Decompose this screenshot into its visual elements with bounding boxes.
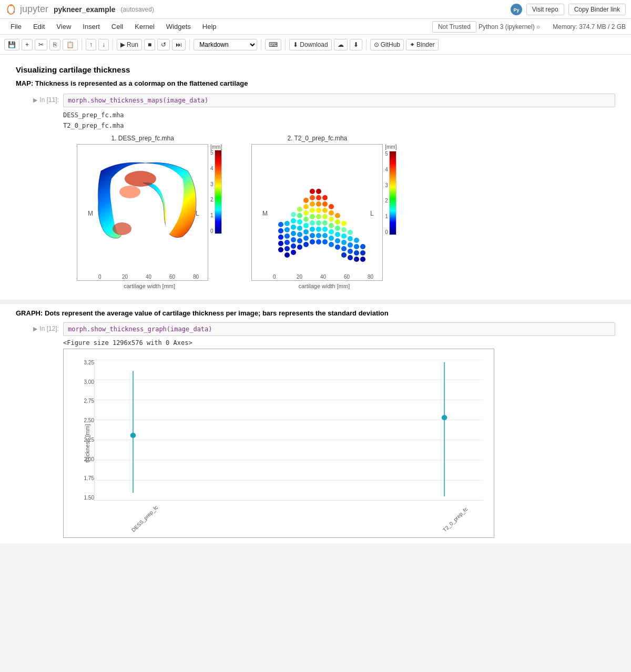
- restart-button[interactable]: ↺: [157, 39, 170, 50]
- menu-file[interactable]: File: [5, 21, 27, 32]
- menu-right: Not Trusted Python 3 (ipykernel) ○ Memor…: [432, 21, 626, 33]
- save-button[interactable]: 💾: [4, 39, 19, 50]
- cut-button[interactable]: ✂: [35, 39, 47, 50]
- plot2-unit-label: [mm]: [385, 144, 396, 150]
- svg-text:M: M: [88, 210, 93, 217]
- cell-type-select[interactable]: Markdown Code Raw NBConvert: [194, 39, 257, 50]
- code-cell-12: ▶ In [12]: morph.show_thickness_graph(im…: [16, 322, 615, 336]
- svg-text:0: 0: [273, 274, 276, 280]
- run-button[interactable]: ▶ Run: [117, 39, 142, 50]
- svg-text:60: 60: [169, 274, 176, 280]
- menu-view[interactable]: View: [51, 21, 76, 32]
- autosaved-label: (autosaved): [121, 6, 154, 13]
- menu-help[interactable]: Help: [197, 21, 222, 32]
- github-button[interactable]: ⊙ GitHub: [370, 39, 404, 50]
- svg-point-22: [278, 222, 283, 227]
- svg-point-83: [329, 204, 334, 209]
- top-bar: jupyter pykneer_example (autosaved) Py V…: [0, 0, 631, 19]
- svg-point-103: [354, 244, 359, 249]
- svg-point-55: [310, 214, 315, 219]
- svg-text:Py: Py: [513, 7, 519, 13]
- svg-point-2: [7, 11, 9, 13]
- menu-insert[interactable]: Insert: [77, 21, 105, 32]
- download-button[interactable]: ⬇ Download: [289, 39, 331, 50]
- paste-button[interactable]: 📋: [63, 39, 78, 50]
- y-axis-labels: 3.25 3.00 2.75 2.50 2.25 2.00 1.75 1.50: [78, 360, 94, 501]
- svg-point-66: [316, 201, 321, 207]
- svg-point-48: [303, 210, 309, 216]
- svg-point-79: [329, 229, 334, 235]
- svg-point-106: [360, 250, 365, 256]
- svg-text:80: 80: [193, 274, 199, 280]
- svg-text:40: 40: [320, 274, 327, 280]
- menu-kernel[interactable]: Kernel: [129, 21, 160, 32]
- svg-point-25: [284, 240, 290, 245]
- jupyter-logo-icon: [5, 4, 17, 15]
- svg-point-104: [354, 238, 359, 243]
- svg-point-87: [335, 226, 340, 231]
- x-axis-labels: DESS_prep_fc T2_0_prep_fc: [94, 503, 483, 535]
- binder-button[interactable]: ✦ Binder: [406, 39, 439, 50]
- svg-point-75: [322, 201, 328, 207]
- svg-point-37: [297, 238, 302, 243]
- svg-text:20: 20: [297, 274, 303, 280]
- menu-widgets[interactable]: Widgets: [161, 21, 196, 32]
- graph-label-text: GRAPH: Dots represent the average value …: [16, 309, 389, 317]
- plot2-svg-row: M L: [251, 144, 396, 281]
- plot1-ylabel-container: [63, 152, 74, 289]
- not-trusted-button[interactable]: Not Trusted: [432, 21, 476, 33]
- svg-point-8: [125, 171, 156, 187]
- cell-code-11[interactable]: morph.show_thickness_maps(image_data): [63, 94, 615, 107]
- svg-text:40: 40: [146, 274, 152, 280]
- plus-icon: +: [25, 41, 29, 48]
- visit-repo-button[interactable]: Visit repo: [526, 4, 564, 15]
- keyboard-shortcut-button[interactable]: ⌨: [265, 39, 281, 50]
- menu-edit[interactable]: Edit: [28, 21, 50, 32]
- svg-point-82: [329, 210, 334, 216]
- copy-button[interactable]: ⎘: [49, 39, 60, 50]
- cell-code-text-11: morph.show_thickness_maps(image_data): [68, 97, 208, 104]
- stop-button[interactable]: ■: [144, 39, 155, 50]
- svg-point-74: [322, 208, 328, 213]
- run-label: Run: [127, 41, 138, 48]
- fast-forward-icon: ⏭: [176, 41, 182, 48]
- plot2-ylabel-container: [238, 152, 248, 289]
- svg-point-62: [316, 227, 321, 232]
- svg-point-126: [442, 415, 447, 420]
- menu-cell[interactable]: Cell: [106, 21, 128, 32]
- cell-code-12[interactable]: morph.show_thickness_graph(image_data): [63, 322, 615, 336]
- svg-point-67: [316, 195, 321, 200]
- jupyter-brand: jupyter: [20, 4, 48, 15]
- upload-button[interactable]: ☁: [334, 39, 348, 50]
- plot2-colormap-bar: [389, 151, 396, 235]
- separator-3: [189, 39, 190, 50]
- svg-point-51: [310, 239, 315, 245]
- svg-point-90: [341, 252, 347, 258]
- svg-point-46: [303, 223, 309, 228]
- plot2-content: M L: [251, 144, 396, 289]
- svg-text:L: L: [370, 210, 374, 217]
- t2-dots: [278, 189, 365, 262]
- cloud-download-button[interactable]: ⬇: [350, 39, 362, 50]
- plot1-colormap-bar-row: 5 4 3 2 1 0: [210, 150, 222, 234]
- svg-point-49: [303, 204, 309, 209]
- svg-text:0: 0: [98, 274, 101, 280]
- plot1-svg: M L: [77, 144, 208, 281]
- x-label-2: T2_0_prep_fc: [442, 506, 469, 533]
- jupyter-logo: jupyter: [5, 4, 48, 15]
- svg-point-97: [348, 249, 353, 254]
- add-cell-button[interactable]: +: [22, 39, 33, 50]
- plot1-wrapper: 1. DESS_prep_fc.mha M L: [63, 135, 222, 289]
- cell-output-11-line1: DESS_prep_fc.mha: [63, 111, 615, 119]
- svg-point-20: [278, 235, 283, 240]
- cell-code-text-12: morph.show_thickness_graph(image_data): [68, 325, 212, 333]
- svg-point-95: [341, 221, 347, 226]
- section1-area: Visualizing cartilage thickness MAP: Thi…: [0, 55, 631, 300]
- svg-point-47: [303, 217, 309, 222]
- move-up-button[interactable]: ↑: [86, 39, 96, 50]
- svg-point-72: [322, 220, 328, 226]
- move-down-button[interactable]: ↓: [98, 39, 109, 50]
- copy-binder-button[interactable]: Copy Binder link: [568, 4, 626, 15]
- x-axis-container: DESS_prep_fc T2_0_prep_fc: [94, 503, 483, 535]
- fast-forward-button[interactable]: ⏭: [172, 39, 186, 50]
